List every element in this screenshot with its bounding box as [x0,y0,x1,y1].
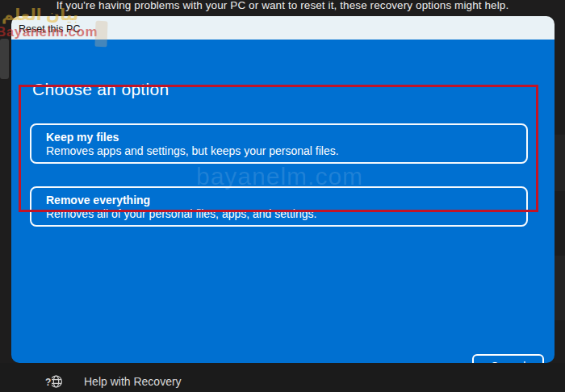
dialog-heading: Choose an option [32,80,169,99]
option-title: Keep my files [46,131,526,144]
question-mark-glyph: ? [44,377,52,387]
dialog-titlebar: Reset this PC [11,16,555,40]
cancel-button[interactable]: Cancel [472,354,544,363]
option-remove-everything[interactable]: Remove everything Removes all of your pe… [30,186,528,227]
help-with-recovery-label: Help with Recovery [84,375,182,388]
background-row-edge [555,256,565,320]
dialog-title: Reset this PC [19,23,80,35]
dialog-body: Choose an option Keep my files Removes a… [11,40,555,363]
globe-question-icon: ? [47,373,65,390]
option-description: Removes apps and settings, but keeps you… [46,144,526,157]
option-keep-my-files[interactable]: Keep my files Removes apps and settings,… [30,123,528,164]
recovery-help-text: If you're having problems with your PC o… [0,0,565,11]
background-row-edge [555,135,565,191]
reset-this-pc-dialog: Reset this PC Choose an option Keep my f… [11,16,555,363]
option-description: Removes all of your personal files, apps… [46,207,526,220]
background-scrollbar[interactable] [0,39,9,79]
help-me-choose-link[interactable]: Help me choose [32,361,114,363]
screenshot-root: If you're having problems with your PC o… [0,0,565,392]
option-title: Remove everything [46,194,526,206]
help-with-recovery-row[interactable]: ? Help with Recovery [0,363,565,392]
